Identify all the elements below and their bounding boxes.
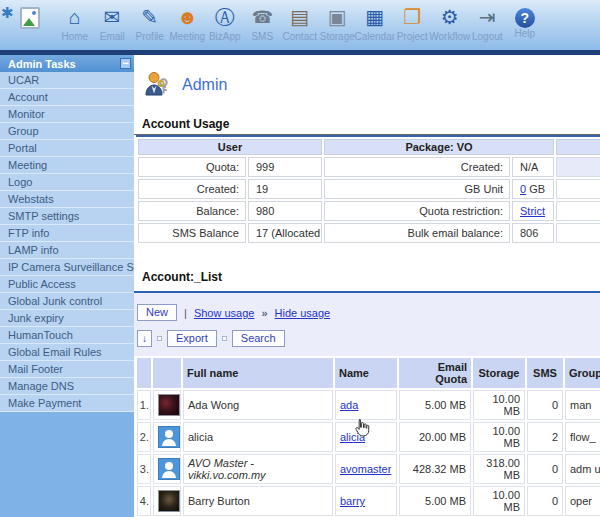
toolbar-item-workflow[interactable]: ⚙Workflow bbox=[431, 4, 469, 42]
toolbar-item-contact[interactable]: ▤Contact bbox=[281, 4, 319, 42]
toolbar-item-home[interactable]: ⌂Home bbox=[56, 4, 94, 42]
toolbar-item-label: SMS bbox=[251, 31, 273, 42]
show-usage-link[interactable]: Show usage bbox=[194, 307, 255, 319]
sms-cell: 2 bbox=[527, 422, 563, 452]
sidebar-item-account[interactable]: Account bbox=[0, 89, 134, 106]
toolbar-item-label: Calendar bbox=[354, 31, 395, 42]
collapse-minus-icon[interactable]: − bbox=[120, 58, 131, 69]
column-header-storage: Storage bbox=[473, 358, 525, 388]
sidebar-item-ucar[interactable]: UCAR bbox=[0, 72, 134, 89]
quota-restriction-link[interactable]: Strict bbox=[520, 205, 545, 217]
usage-value: Strict bbox=[512, 201, 554, 221]
logout-icon: ⇥ bbox=[479, 4, 496, 31]
sidebar-item-mail-footer[interactable]: Mail Footer bbox=[0, 361, 134, 378]
email-quota-cell: 20.00 MB bbox=[399, 422, 471, 452]
account-usage-heading: Account Usage bbox=[142, 117, 600, 131]
toolbar-item-label: Help bbox=[514, 28, 535, 39]
sidebar-item-humantouch[interactable]: HumanTouch bbox=[0, 327, 134, 344]
toolbar-item-meeting[interactable]: ☻Meeting bbox=[169, 4, 207, 42]
sidebar-item-logo[interactable]: Logo bbox=[0, 174, 134, 191]
sidebar-item-ftp-info[interactable]: FTP info bbox=[0, 225, 134, 242]
sidebar-item-global-email-rules[interactable]: Global Email Rules bbox=[0, 344, 134, 361]
group-cell: flow_ bbox=[565, 422, 600, 452]
sort-down-button[interactable]: ↓ bbox=[137, 330, 152, 347]
column-header-sms: SMS bbox=[527, 358, 563, 388]
account-list-table: Full nameNameEmail QuotaStorageSMSGroup1… bbox=[135, 356, 600, 517]
account-list-heading: Account:_List bbox=[142, 270, 600, 284]
email-quota-cell: 5.00 MB bbox=[399, 486, 471, 516]
account-name-link[interactable]: barry bbox=[340, 495, 365, 507]
toolbar-item-logout[interactable]: ⇥Logout bbox=[469, 4, 507, 42]
toolbar-item-calendar[interactable]: ▦Calendar bbox=[356, 4, 394, 42]
toolbar-item-label: Workflow bbox=[429, 31, 470, 42]
sidebar-item-meeting[interactable]: Meeting bbox=[0, 157, 134, 174]
toolbar-item-storage[interactable]: ▣Storage bbox=[319, 4, 357, 42]
avatar-generic-icon bbox=[158, 426, 180, 448]
usage-package-header: Package: VO bbox=[324, 139, 554, 155]
pipe-separator: | bbox=[184, 307, 187, 319]
usage-label: Created: bbox=[138, 179, 246, 199]
sidebar-item-manage-dns[interactable]: Manage DNS bbox=[0, 378, 134, 395]
sun-icon: ✱ bbox=[1, 4, 14, 22]
sidebar-item-make-payment[interactable]: Make Payment bbox=[0, 395, 134, 412]
contact-icon: ▤ bbox=[290, 4, 309, 31]
usage-value: 19 bbox=[248, 179, 322, 199]
account-name-link[interactable]: avomaster bbox=[340, 463, 391, 475]
gb-unit-link[interactable]: 0 bbox=[520, 183, 526, 195]
sidebar-header: Admin Tasks − bbox=[0, 55, 134, 72]
avatar-generic-icon bbox=[158, 458, 180, 480]
usage-value: 17 (Allocated: 2) bbox=[248, 223, 322, 243]
storage-icon: ▣ bbox=[328, 4, 347, 31]
calendar-icon: ▦ bbox=[365, 4, 384, 31]
full-name-cell: alicia bbox=[183, 422, 333, 452]
sidebar-item-global-junk-control[interactable]: Global Junk control bbox=[0, 293, 134, 310]
account-name-link[interactable]: alicia bbox=[340, 431, 365, 443]
column-header-full-name: Full name bbox=[183, 358, 333, 388]
meeting-icon: ☻ bbox=[177, 4, 198, 31]
account-usage-table: UserPackage: VO Quota:999Created:N/A Cre… bbox=[136, 135, 600, 245]
sidebar-item-monitor[interactable]: Monitor bbox=[0, 106, 134, 123]
sidebar-item-lamp-info[interactable]: LAMP info bbox=[0, 242, 134, 259]
usage-value: 999 bbox=[248, 157, 322, 177]
column-header-email-quota: Email Quota bbox=[399, 358, 471, 388]
column-header-name: Name bbox=[335, 358, 397, 388]
sidebar-item-junk-expiry[interactable]: Junk expiry bbox=[0, 310, 134, 327]
account-row: 3.AVO Master - vikki.vo.com.myavomaster4… bbox=[137, 454, 600, 484]
sidebar-item-webstats[interactable]: Webstats bbox=[0, 191, 134, 208]
sidebar-item-smtp-settings[interactable]: SMTP settings bbox=[0, 208, 134, 225]
usage-value: N/A bbox=[512, 157, 554, 177]
storage-cell: 10.00 MB bbox=[473, 486, 525, 516]
toolbar-item-label: Meeting bbox=[169, 31, 205, 42]
usage-value: 0 GB bbox=[512, 179, 554, 199]
sidebar-title: Admin Tasks bbox=[8, 58, 76, 70]
toolbar-item-project[interactable]: ❐Project bbox=[394, 4, 432, 42]
usage-label: SMS Balance bbox=[138, 223, 246, 243]
account-row: 2.aliciaalicia20.00 MB10.00 MB2flow_ bbox=[137, 422, 600, 452]
toolbar-item-profile[interactable]: ✎Profile bbox=[131, 4, 169, 42]
usage-label: Created: bbox=[324, 157, 510, 177]
sidebar-item-group[interactable]: Group bbox=[0, 123, 134, 140]
toolbar-item-sms[interactable]: ☎SMS bbox=[244, 4, 282, 42]
new-button[interactable]: New bbox=[137, 304, 177, 321]
sidebar-item-public-access[interactable]: Public Access bbox=[0, 276, 134, 293]
toolbar-item-label: Home bbox=[61, 31, 88, 42]
search-button[interactable]: Search bbox=[232, 330, 285, 347]
toolbar-item-bizapp[interactable]: ⒶBizApp bbox=[206, 4, 244, 42]
hide-usage-link[interactable]: Hide usage bbox=[275, 307, 331, 319]
toolbar-item-help[interactable]: ?Help bbox=[506, 4, 544, 42]
usage-cut-cell bbox=[556, 223, 600, 243]
toolbar-item-email[interactable]: ✉Email bbox=[94, 4, 132, 42]
toolbar-item-label: Email bbox=[100, 31, 125, 42]
full-name-cell: Ada Wong bbox=[183, 390, 333, 420]
sidebar-item-portal[interactable]: Portal bbox=[0, 140, 134, 157]
row-number: 1. bbox=[137, 390, 151, 420]
content-panel: Admin Account Usage UserPackage: VO Quot… bbox=[134, 55, 600, 517]
page-header: Admin bbox=[143, 70, 600, 100]
workflow-icon: ⚙ bbox=[441, 4, 459, 31]
export-button[interactable]: Export bbox=[167, 330, 217, 347]
sidebar-item-ip-camera-surveillance-setup[interactable]: IP Camera Surveillance Setup bbox=[0, 259, 134, 276]
usage-cut-cell bbox=[556, 157, 600, 177]
account-name-link[interactable]: ada bbox=[340, 399, 358, 411]
avatar-photo bbox=[158, 490, 180, 512]
account-row: 4.Barry Burtonbarry5.00 MB10.00 MB0oper bbox=[137, 486, 600, 516]
